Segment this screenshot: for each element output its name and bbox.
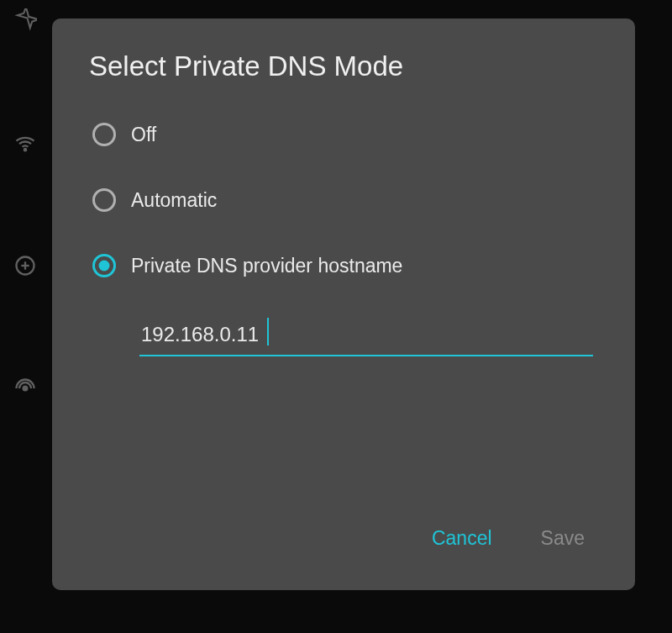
dialog-actions: Cancel Save [89, 497, 598, 555]
private-dns-dialog: Select Private DNS Mode Off Automatic Pr… [52, 18, 635, 590]
dns-mode-radio-group: Off Automatic Private DNS provider hostn… [89, 123, 598, 277]
radio-icon [92, 188, 116, 212]
hotspot-icon [13, 377, 37, 400]
svg-point-4 [24, 387, 28, 391]
radio-label-hostname: Private DNS provider hostname [131, 255, 402, 277]
radio-icon [92, 123, 116, 146]
save-button[interactable]: Save [538, 522, 588, 555]
background-settings-icons [0, 0, 50, 633]
radio-icon-selected [92, 254, 116, 277]
cancel-button[interactable]: Cancel [428, 522, 496, 555]
dialog-title: Select Private DNS Mode [89, 50, 598, 82]
airplane-icon [13, 8, 37, 32]
radio-option-hostname[interactable]: Private DNS provider hostname [92, 254, 598, 277]
radio-option-automatic[interactable]: Automatic [92, 188, 598, 212]
radio-label-off: Off [131, 124, 156, 146]
wifi-icon [13, 131, 37, 155]
hostname-input[interactable] [139, 318, 593, 356]
radio-option-off[interactable]: Off [92, 123, 598, 146]
hostname-input-container [139, 318, 593, 356]
data-saver-icon [13, 254, 37, 277]
svg-point-0 [24, 149, 26, 150]
radio-label-automatic: Automatic [131, 189, 217, 212]
text-cursor [267, 318, 269, 346]
